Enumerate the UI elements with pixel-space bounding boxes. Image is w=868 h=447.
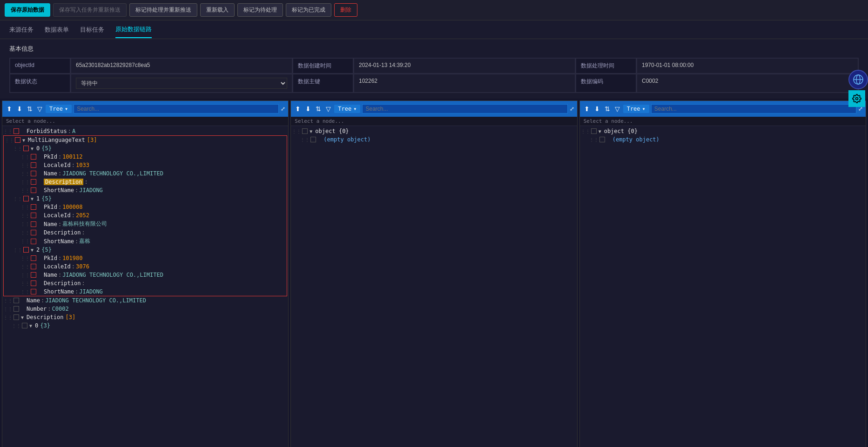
tree-node-desc-3[interactable]: ⋮⋮ Description : bbox=[4, 279, 287, 287]
tree-node-desc-2[interactable]: ⋮⋮ Description : bbox=[4, 228, 287, 237]
tree-node-pkid-3[interactable]: ⋮⋮ PkId : 101980 bbox=[4, 254, 287, 262]
node-checkbox[interactable] bbox=[31, 179, 36, 185]
node-key: 2 bbox=[36, 247, 40, 253]
sort-down-icon[interactable]: ⬇ bbox=[15, 104, 24, 113]
node-checkbox[interactable] bbox=[31, 213, 36, 218]
tree-dropdown-1[interactable]: Tree ▾ bbox=[46, 105, 72, 113]
tree-node-number[interactable]: ⋮⋮ Number : C0002 bbox=[2, 305, 288, 313]
node-checkbox[interactable] bbox=[13, 298, 19, 303]
tree-content-2[interactable]: ⋮⋮ ▼ object {0} ⋮⋮ (empty object) bbox=[291, 126, 577, 447]
node-checkbox[interactable] bbox=[31, 171, 36, 176]
tree-label-text-1: Tree bbox=[49, 106, 63, 112]
tree-node-pkid-2[interactable]: ⋮⋮ PkId : 100008 bbox=[4, 203, 287, 211]
tree-node-0[interactable]: ⋮⋮ ▼ 0 {5} bbox=[4, 144, 287, 153]
node-checkbox[interactable] bbox=[23, 247, 29, 253]
node-checkbox[interactable] bbox=[13, 306, 19, 312]
delete-btn[interactable]: 删除 bbox=[334, 3, 357, 17]
tree-node-localeid-3[interactable]: ⋮⋮ LocaleId : 3076 bbox=[4, 262, 287, 271]
status-select[interactable]: 等待中 bbox=[76, 78, 287, 89]
tree-node-multilang[interactable]: ⋮⋮ ▼ MultiLanguageText [3] bbox=[4, 136, 287, 144]
sort-az-icon-3[interactable]: ⇅ bbox=[603, 104, 612, 113]
node-checkbox[interactable] bbox=[31, 239, 36, 244]
mark-pending-btn[interactable]: 标记为待处理 bbox=[237, 3, 283, 17]
mark-done-btn[interactable]: 标记为已完成 bbox=[286, 3, 331, 17]
save-raw-btn[interactable]: 保存原始数据 bbox=[5, 3, 50, 17]
filter-icon-3[interactable]: ▽ bbox=[613, 104, 621, 113]
tab-raw-chain[interactable]: 原始数据链路 bbox=[115, 25, 152, 38]
node-key: LocaleId bbox=[44, 212, 71, 219]
tree-dropdown-2[interactable]: Tree ▾ bbox=[334, 105, 360, 113]
node-checkbox[interactable] bbox=[31, 272, 36, 278]
node-checkbox[interactable] bbox=[13, 128, 19, 134]
tab-source-task[interactable]: 来源任务 bbox=[9, 26, 34, 38]
tree-node-shortname-2[interactable]: ⋮⋮ ShortName : 嘉栋 bbox=[4, 237, 287, 246]
node-checkbox[interactable] bbox=[31, 264, 36, 269]
filter-icon-2[interactable]: ▽ bbox=[324, 104, 332, 113]
expand-icon-1[interactable]: ⤢ bbox=[281, 106, 285, 112]
tree-content-1[interactable]: ⋮⋮ ForbidStatus : A ⋮⋮ ▼ MultiLanguageTe… bbox=[2, 126, 288, 447]
node-checkbox[interactable] bbox=[31, 255, 36, 261]
node-value: 1033 bbox=[76, 162, 89, 168]
node-key: Name bbox=[44, 221, 57, 227]
search-input-1[interactable] bbox=[74, 104, 279, 113]
sort-up-icon-2[interactable]: ⬆ bbox=[294, 104, 302, 113]
sort-az-icon[interactable]: ⇅ bbox=[26, 104, 34, 113]
tree-node-name-2[interactable]: ⋮⋮ Name : 嘉栋科技有限公司 bbox=[4, 220, 287, 228]
search-input-3[interactable] bbox=[651, 104, 856, 113]
tree-node-object-3[interactable]: ⋮⋮ ▼ object {0} bbox=[580, 127, 866, 135]
drag-handle: ⋮⋮ bbox=[5, 138, 14, 143]
tree-node-name-1[interactable]: ⋮⋮ Name : JIADONG TECHNOLOGY CO.,LIMITED bbox=[4, 169, 287, 178]
node-checkbox[interactable] bbox=[15, 137, 20, 143]
tree-node-pkid-1[interactable]: ⋮⋮ PkId : 100112 bbox=[4, 153, 287, 161]
search-input-2[interactable] bbox=[362, 104, 567, 113]
filter-icon[interactable]: ▽ bbox=[36, 104, 44, 113]
tree-node-desc-0[interactable]: ⋮⋮ ▼ 0 {3} bbox=[2, 321, 288, 330]
expand-icon-2[interactable]: ⤢ bbox=[570, 106, 574, 112]
node-checkbox[interactable] bbox=[591, 128, 597, 134]
value-status[interactable]: 等待中 bbox=[71, 74, 292, 93]
node-checkbox[interactable] bbox=[31, 221, 36, 227]
tree-node-shortname-3[interactable]: ⋮⋮ ShortName : JIADONG bbox=[4, 287, 287, 296]
tree-node-empty-3[interactable]: ⋮⋮ (empty object) bbox=[580, 135, 866, 144]
node-checkbox[interactable] bbox=[31, 230, 36, 235]
node-checkbox[interactable] bbox=[599, 137, 605, 142]
node-checkbox[interactable] bbox=[23, 146, 29, 151]
sort-up-icon[interactable]: ⬆ bbox=[5, 104, 13, 113]
tree-node-name-3[interactable]: ⋮⋮ Name : JIADONG TECHNOLOGY CO.,LIMITED bbox=[4, 271, 287, 279]
node-checkbox[interactable] bbox=[302, 128, 308, 134]
tree-node-empty-2[interactable]: ⋮⋮ (empty object) bbox=[291, 135, 577, 144]
tree-node-name-root[interactable]: ⋮⋮ Name : JIADONG TECHNOLOGY CO.,LIMITED bbox=[2, 296, 288, 305]
mark-process-btn[interactable]: 标记待处理并重新推送 bbox=[129, 3, 197, 17]
node-checkbox[interactable] bbox=[22, 323, 27, 328]
globe-button[interactable] bbox=[848, 70, 868, 89]
tree-dropdown-3[interactable]: Tree ▾ bbox=[623, 105, 649, 113]
node-checkbox[interactable] bbox=[23, 196, 29, 201]
tab-target-task[interactable]: 目标任务 bbox=[80, 26, 104, 38]
node-checkbox[interactable] bbox=[31, 154, 36, 160]
sort-down-icon-2[interactable]: ⬇ bbox=[304, 104, 312, 113]
tree-node-desc-root[interactable]: ⋮⋮ ▼ Description [3] bbox=[2, 313, 288, 321]
tree-node-forbidstatus[interactable]: ⋮⋮ ForbidStatus : A bbox=[2, 127, 288, 135]
tree-node-2[interactable]: ⋮⋮ ▼ 2 {5} bbox=[4, 246, 287, 254]
node-checkbox[interactable] bbox=[13, 314, 19, 320]
sort-az-icon-2[interactable]: ⇅ bbox=[314, 104, 323, 113]
save-push-btn[interactable]: 保存写入任务并重新推送 bbox=[53, 3, 127, 17]
tree-node-1[interactable]: ⋮⋮ ▼ 1 {5} bbox=[4, 194, 287, 203]
node-checkbox[interactable] bbox=[31, 204, 36, 210]
reload-btn[interactable]: 重新载入 bbox=[200, 3, 235, 17]
tree-node-object-2[interactable]: ⋮⋮ ▼ object {0} bbox=[291, 127, 577, 135]
node-checkbox[interactable] bbox=[31, 162, 36, 168]
sort-down-icon-3[interactable]: ⬇ bbox=[593, 104, 601, 113]
tree-content-3[interactable]: ⋮⋮ ▼ object {0} ⋮⋮ (empty object) bbox=[580, 126, 866, 447]
tab-data-form[interactable]: 数据表单 bbox=[45, 26, 69, 38]
tree-node-localeid-2[interactable]: ⋮⋮ LocaleId : 2052 bbox=[4, 211, 287, 220]
tree-node-shortname-1[interactable]: ⋮⋮ ShortName : JIADONG bbox=[4, 186, 287, 194]
node-checkbox[interactable] bbox=[31, 187, 36, 193]
sort-up-icon-3[interactable]: ⬆ bbox=[583, 104, 591, 113]
tree-node-desc-1[interactable]: ⋮⋮ Description : bbox=[4, 178, 287, 186]
node-checkbox[interactable] bbox=[31, 280, 36, 286]
node-checkbox[interactable] bbox=[31, 289, 36, 294]
node-checkbox[interactable] bbox=[310, 137, 316, 142]
tree-node-localeid-1[interactable]: ⋮⋮ LocaleId : 1033 bbox=[4, 161, 287, 169]
settings-button[interactable] bbox=[848, 90, 865, 107]
